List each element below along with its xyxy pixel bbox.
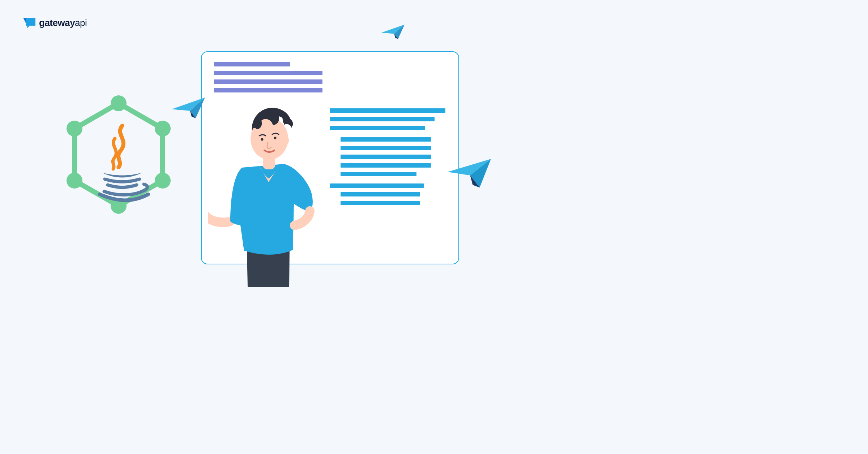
paper-plane-icon [172,98,205,122]
code-line [330,108,445,113]
code-line [341,201,420,205]
developer-person-icon [208,92,324,287]
paper-plane-icon [381,25,405,42]
code-block-cyan [341,137,446,176]
code-block-purple [214,62,446,92]
svg-point-2 [155,173,171,189]
svg-point-5 [67,121,82,137]
code-line [214,79,322,84]
logo-text-bold: gateway [39,17,75,28]
java-hexagon-icon [64,93,173,216]
code-line [214,62,290,66]
logo-text-thin: api [75,17,87,28]
code-line [330,117,435,121]
code-block-cyan [330,183,446,205]
code-block-cyan [330,108,446,130]
code-line [330,126,425,130]
gatewayapi-logo: gatewayapi [23,17,87,29]
code-line [330,183,424,188]
illustration-stage: gatewayapi [0,0,542,285]
svg-point-17 [282,135,289,146]
logo-mark-icon [23,18,35,29]
code-line [341,163,431,168]
code-line [341,146,431,150]
svg-point-4 [67,173,82,189]
code-line [341,137,431,142]
svg-point-19 [274,137,277,139]
code-line [341,192,420,196]
svg-point-18 [261,138,264,141]
svg-point-0 [111,95,127,111]
code-line [341,172,416,176]
code-line [214,71,322,75]
paper-plane-icon [448,159,491,191]
code-line [341,155,431,159]
svg-point-1 [155,121,171,137]
logo-text: gatewayapi [39,17,87,29]
